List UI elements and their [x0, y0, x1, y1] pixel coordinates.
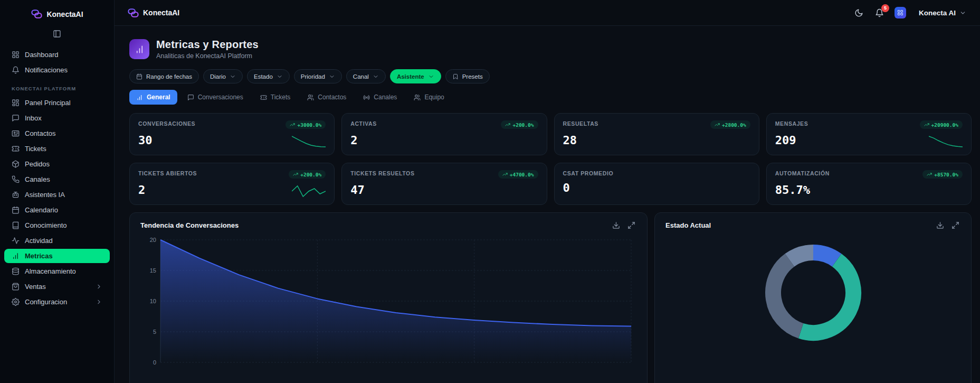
- tab-contactos[interactable]: Contactos: [300, 90, 353, 105]
- download-button[interactable]: [935, 220, 945, 230]
- sidebar-item-actividad[interactable]: Actividad: [4, 233, 110, 248]
- tab-label: Conversaciones: [198, 94, 243, 101]
- stat-change-value: +4700.0%: [510, 172, 534, 178]
- expand-button[interactable]: [626, 220, 636, 230]
- calendar-icon: [12, 206, 20, 214]
- filter-prioridad[interactable]: Prioridad: [294, 69, 342, 83]
- filter-estado[interactable]: Estado: [247, 69, 290, 83]
- stat-change-badge: +2800.0%: [710, 120, 750, 129]
- filter-label: Canal: [353, 73, 369, 80]
- page-subtitle: Analiticas de KonectaAI Platform: [156, 52, 259, 60]
- sidebar-item-almacenamiento[interactable]: Almacenamiento: [4, 264, 110, 278]
- sidebar-item-dashboard[interactable]: Dashboard: [4, 48, 110, 62]
- tab-label: Equipo: [424, 94, 444, 101]
- filter-rango-de-fechas[interactable]: Rango de fechas: [129, 69, 199, 83]
- svg-text:20: 20: [150, 237, 156, 243]
- sidebar-item-label: Metricas: [25, 252, 53, 260]
- svg-text:0: 0: [153, 359, 156, 366]
- stat-label: AUTOMATIZACIÓN: [775, 170, 830, 176]
- stat-card-activas: ACTIVAS+200.0%2: [341, 113, 547, 155]
- sidebar-collapse-button[interactable]: [51, 27, 63, 40]
- database-icon: [12, 267, 20, 275]
- trend-up-icon: [502, 172, 508, 177]
- konectaai-logo-glyph: [127, 7, 139, 19]
- message-icon: [187, 94, 194, 101]
- sidebar-item-conocimiento[interactable]: Conocimiento: [4, 218, 110, 232]
- line-chart-area: 05101520: [140, 235, 636, 383]
- tab-tickets[interactable]: Tickets: [253, 90, 298, 105]
- bar-chart-icon: [12, 252, 20, 260]
- stat-label: CSAT PROMEDIO: [563, 170, 614, 176]
- users-icon: [414, 94, 421, 101]
- sidebar-item-asistentes-ia[interactable]: Asistentes IA: [4, 188, 110, 202]
- sidebar-primary-nav: DashboardNotificaciones: [0, 46, 114, 78]
- tab-canales[interactable]: Canales: [356, 90, 404, 105]
- expand-button[interactable]: [950, 220, 960, 230]
- download-button[interactable]: [611, 220, 621, 230]
- filter-asistente[interactable]: Asistente: [390, 69, 441, 83]
- sidebar-item-panel-principal[interactable]: Panel Principal: [4, 96, 110, 110]
- bar-chart-icon: [136, 94, 143, 101]
- chevron-right-icon: [96, 298, 102, 305]
- stat-change-badge: +4700.0%: [498, 170, 538, 179]
- donut-chart: [757, 237, 869, 349]
- stat-change-badge: +20900.0%: [920, 120, 963, 129]
- layout-icon: [12, 99, 20, 107]
- settings-icon: [12, 298, 20, 306]
- stat-change-value: +2800.0%: [722, 122, 746, 128]
- sidebar-item-label: Asistentes IA: [25, 191, 65, 199]
- donut-segmento-azul: [813, 253, 837, 260]
- ticket-icon: [12, 145, 20, 153]
- stat-label: CONVERSACIONES: [138, 120, 195, 127]
- donut-chart-card: Estado Actual: [654, 212, 972, 383]
- filter-presets[interactable]: Presets: [445, 69, 490, 83]
- topbar: KonectaAI 5 Konecta AI: [115, 0, 980, 26]
- topbar-logo: KonectaAI: [127, 7, 179, 19]
- tab-equipo[interactable]: Equipo: [407, 90, 451, 105]
- line-chart-card: Tendencia de Conversaciones 05101520: [129, 212, 648, 383]
- sidebar-item-label: Panel Principal: [25, 99, 71, 107]
- line-chart-title: Tendencia de Conversaciones: [140, 221, 239, 229]
- filter-diario[interactable]: Diario: [203, 69, 243, 83]
- sidebar-item-ventas[interactable]: Ventas: [4, 279, 110, 294]
- sidebar-item-pedidos[interactable]: Pedidos: [4, 157, 110, 171]
- account-menu-button[interactable]: Konecta AI: [916, 8, 969, 17]
- filter-label: Presets: [462, 73, 483, 80]
- stat-change-value: +20900.0%: [931, 122, 958, 128]
- tab-conversaciones[interactable]: Conversaciones: [180, 90, 250, 105]
- donut-segmento-gris-pizarra: [773, 260, 801, 331]
- stat-card-mensajes: MENSAJES+20900.0%209: [766, 113, 972, 155]
- report-tabs: GeneralConversacionesTicketsContactosCan…: [129, 90, 972, 105]
- bar-chart-icon: [135, 44, 145, 54]
- filter-canal[interactable]: Canal: [346, 69, 386, 83]
- sidebar-item-calendario[interactable]: Calendario: [4, 203, 110, 217]
- stat-label: RESUELTAS: [563, 120, 598, 127]
- chevron-down-icon: [277, 73, 283, 80]
- sidebar-item-inbox[interactable]: Inbox: [4, 111, 110, 125]
- filter-label: Rango de fechas: [146, 73, 192, 80]
- sidebar-item-configuracion[interactable]: Configuracion: [4, 295, 110, 309]
- trend-up-icon: [715, 122, 720, 127]
- activity-icon: [12, 237, 20, 245]
- stat-change-badge: +8570.0%: [922, 170, 963, 179]
- tab-label: Tickets: [271, 94, 291, 101]
- notifications-button[interactable]: 5: [874, 7, 885, 18]
- sidebar-item-canales[interactable]: Canales: [4, 172, 110, 186]
- sidebar-item-notificaciones[interactable]: Notificaciones: [4, 63, 110, 77]
- trend-up-icon: [924, 122, 929, 127]
- ticket-icon: [260, 94, 267, 101]
- chevron-right-icon: [96, 283, 102, 290]
- workspace-icon[interactable]: [895, 7, 906, 18]
- line-chart: 05101520: [140, 235, 638, 382]
- stat-change-value: +200.0%: [300, 172, 321, 178]
- sidebar-item-tickets[interactable]: Tickets: [4, 142, 110, 156]
- filter-label: Asistente: [397, 73, 424, 80]
- tab-general[interactable]: General: [129, 90, 177, 105]
- sidebar-item-label: Dashboard: [25, 51, 59, 59]
- theme-toggle-button[interactable]: [853, 7, 864, 18]
- sidebar-item-contactos[interactable]: Contactos: [4, 126, 110, 141]
- sidebar-item-metricas[interactable]: Metricas: [4, 249, 110, 263]
- shopping-bag-icon: [12, 283, 20, 291]
- filter-label: Diario: [210, 73, 226, 80]
- sidebar-item-label: Canales: [25, 175, 50, 183]
